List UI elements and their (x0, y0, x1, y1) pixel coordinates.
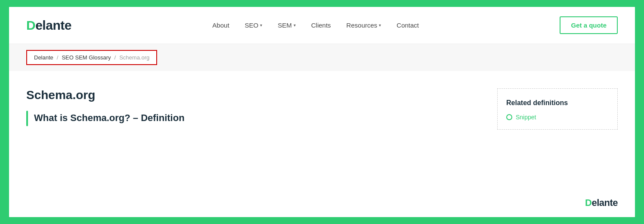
sidebar-item-label: Snippet (516, 114, 536, 121)
nav-label-clients: Clients (311, 22, 331, 29)
page-wrapper: Delante About SEO ▾ SEM ▾ Clients Resour… (8, 6, 636, 218)
breadcrumb-separator: / (57, 54, 59, 61)
definition-block: What is Schema.org? – Definition (26, 111, 480, 126)
nav-item-about[interactable]: About (212, 22, 229, 29)
breadcrumb-current: Schema.org (119, 54, 149, 61)
breadcrumb-bar: Delante / SEO SEM Glossary / Schema.org (9, 44, 635, 71)
circle-icon (506, 114, 512, 120)
definition-heading: What is Schema.org? – Definition (34, 111, 185, 124)
nav-item-seo[interactable]: SEO ▾ (245, 22, 263, 29)
sidebar: Related definitions Snippet (497, 88, 618, 184)
nav-label-about: About (212, 22, 229, 29)
breadcrumb: Delante / SEO SEM Glossary / Schema.org (26, 50, 157, 65)
nav-label-resources: Resources (347, 22, 378, 29)
nav-label-seo: SEO (245, 22, 259, 29)
chevron-down-icon: ▾ (294, 23, 296, 28)
logo[interactable]: Delante (26, 18, 71, 33)
breadcrumb-separator: / (115, 54, 116, 61)
nav-label-contact: Contact (396, 22, 419, 29)
content-area: Schema.org What is Schema.org? – Definit… (26, 88, 480, 184)
sidebar-title: Related definitions (506, 99, 609, 107)
nav-item-clients[interactable]: Clients (311, 22, 331, 29)
footer-logo-area: Delante (9, 197, 635, 217)
breadcrumb-link-home[interactable]: Delante (34, 54, 53, 61)
nav-label-sem: SEM (278, 22, 292, 29)
nav-item-resources[interactable]: Resources ▾ (347, 22, 381, 29)
page-title: Schema.org (26, 88, 480, 102)
main-content: Schema.org What is Schema.org? – Definit… (9, 71, 635, 197)
definition-border-bar (26, 111, 28, 126)
breadcrumb-link-glossary[interactable]: SEO SEM Glossary (62, 54, 111, 61)
nav-item-sem[interactable]: SEM ▾ (278, 22, 296, 29)
nav: About SEO ▾ SEM ▾ Clients Resources ▾ Co… (212, 22, 419, 29)
chevron-down-icon: ▾ (379, 23, 381, 28)
footer-logo-letter: D (585, 197, 591, 208)
chevron-down-icon: ▾ (260, 23, 262, 28)
sidebar-card: Related definitions Snippet (497, 88, 618, 130)
sidebar-item-snippet[interactable]: Snippet (506, 114, 609, 121)
get-a-quote-button[interactable]: Get a quote (560, 16, 618, 34)
nav-item-contact[interactable]: Contact (396, 22, 419, 29)
footer-logo: Delante (585, 197, 618, 208)
logo-letter: D (26, 18, 35, 33)
footer-logo-text: elante (591, 197, 618, 208)
header: Delante About SEO ▾ SEM ▾ Clients Resour… (9, 7, 635, 44)
logo-text: elante (35, 18, 71, 33)
